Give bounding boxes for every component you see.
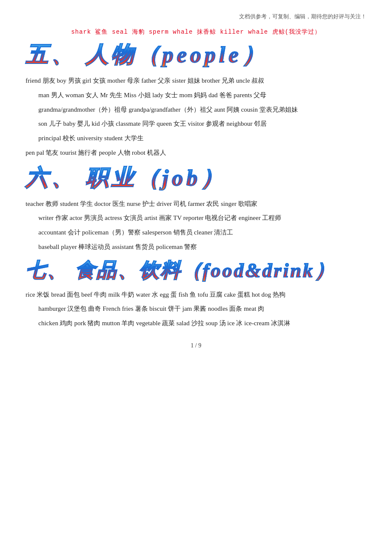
section-job: 六、 职业（job） teacher 教师 student 学生 doctor … xyxy=(26,163,366,253)
food-para-3: chicken 鸡肉 pork 猪肉 mutton 羊肉 vegetable 蔬… xyxy=(26,318,366,330)
food-para-2: hamburger 汉堡包 曲奇 French fries 薯条 biscuit… xyxy=(26,303,366,315)
section-title-job: 六、 职业（job） xyxy=(26,163,366,193)
food-para-1: rice 米饭 bread 面包 beef 牛肉 milk 牛奶 water 水… xyxy=(26,289,366,301)
section-people: 五、 人物（people） friend 朋友 boy 男孩 girl 女孩 m… xyxy=(26,40,366,159)
people-para-3: grandma/grandmother（外）祖母 grandpa/grandfa… xyxy=(26,104,366,116)
animal-line: shark 鲨鱼 seal 海豹 sperm whale 抹香鲸 killer … xyxy=(26,28,366,36)
job-para-3: accountant 会计 policeman（男）警察 salesperson… xyxy=(26,227,366,239)
section-title-food: 七、 食品、饮料（food&drink） xyxy=(26,257,366,284)
people-para-6: pen pal 笔友 tourist 施行者 people 人物 robot 机… xyxy=(26,147,366,159)
page-number: 1 / 9 xyxy=(26,342,366,349)
people-para-2: man 男人 woman 女人 Mr 先生 Miss 小姐 lady 女士 mo… xyxy=(26,90,366,101)
section-title-people: 五、 人物（people） xyxy=(26,40,366,70)
section-food: 七、 食品、饮料（food&drink） rice 米饭 bread 面包 be… xyxy=(26,257,366,330)
job-para-1: teacher 教师 student 学生 doctor 医生 nurse 护士… xyxy=(26,198,366,210)
people-para-5: principal 校长 university student 大学生 xyxy=(26,133,366,145)
people-para-4: son 儿子 baby 婴儿 kid 小孩 classmate 同学 queen… xyxy=(26,118,366,130)
job-para-2: writer 作家 actor 男演员 actress 女演员 artist 画… xyxy=(26,212,366,224)
job-para-4: baseball player 棒球运动员 assistant 售货员 poli… xyxy=(26,241,366,253)
header-note: 文档供参考，可复制、编辑，期待您的好评与关注！ xyxy=(26,13,366,20)
people-para-1: friend 朋友 boy 男孩 girl 女孩 mother 母亲 fathe… xyxy=(26,75,366,87)
